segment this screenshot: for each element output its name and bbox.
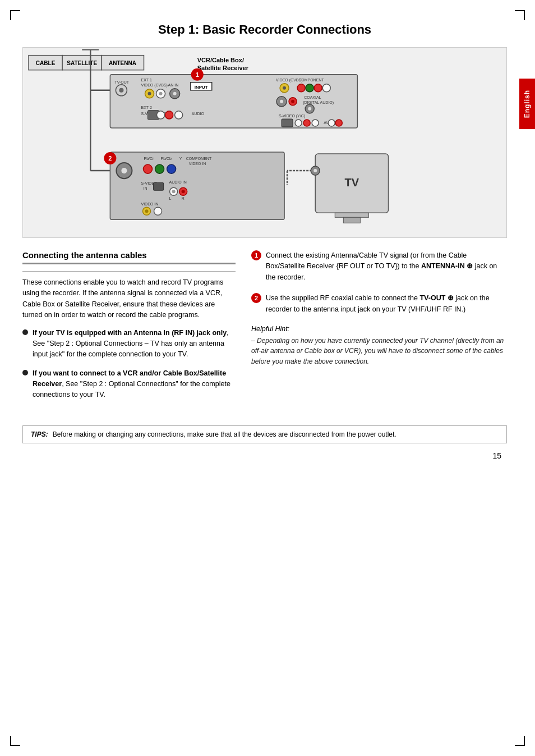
svg-text:VIDEO (CVBS): VIDEO (CVBS) (141, 83, 167, 88)
svg-text:AN IN: AN IN (168, 83, 179, 87)
step-number-1: 1 (251, 250, 261, 260)
corner-mark-tr (515, 10, 525, 20)
svg-text:1: 1 (196, 71, 199, 78)
step-text-1: Connect the existing Antenna/Cable TV si… (266, 250, 507, 283)
svg-point-50 (312, 120, 319, 126)
svg-text:INPUT: INPUT (195, 85, 208, 90)
svg-point-41 (291, 100, 294, 103)
bullet-item-1: If your TV is equipped with an Antenna I… (22, 328, 236, 360)
svg-point-75 (182, 190, 185, 193)
bottom-section: Connecting the antenna cables These conn… (22, 250, 507, 409)
page-title: Step 1: Basic Recorder Connections (22, 22, 507, 37)
svg-point-64 (143, 164, 152, 173)
corner-mark-br (515, 736, 525, 746)
svg-point-39 (280, 100, 283, 103)
svg-rect-86 (343, 217, 360, 223)
svg-point-66 (167, 164, 176, 173)
svg-point-72 (172, 190, 176, 193)
svg-point-52 (328, 120, 335, 126)
svg-point-48 (295, 120, 302, 126)
svg-text:SATELLITE: SATELLITE (67, 60, 97, 66)
svg-point-36 (314, 84, 322, 92)
svg-text:L: L (169, 196, 172, 200)
svg-point-35 (306, 84, 313, 92)
svg-point-20 (173, 92, 177, 95)
step2-strong: TV-OUT ⊕ (419, 294, 453, 302)
svg-point-37 (322, 84, 330, 92)
svg-text:COMPONENT: COMPONENT (298, 78, 324, 82)
svg-text:(DIGITAL AUDIO): (DIGITAL AUDIO) (303, 100, 334, 105)
svg-rect-47 (282, 119, 293, 127)
svg-point-95 (313, 169, 317, 172)
language-sidebar: English (519, 79, 535, 129)
bullet-dot-2 (22, 370, 28, 375)
corner-mark-tl (10, 10, 20, 20)
svg-point-65 (155, 164, 164, 173)
tips-text: Before making or changing any connection… (53, 430, 396, 438)
bullet-text-1: If your TV is equipped with an Antenna I… (33, 328, 236, 360)
step1-strong: ANTENNA-IN ⊕ (421, 262, 473, 270)
step-item-2: 2 Use the supplied RF coaxial cable to c… (251, 293, 507, 315)
svg-text:Pb/Cr: Pb/Cr (144, 157, 155, 161)
svg-point-17 (159, 92, 163, 95)
svg-text:VCR/Cable Box/: VCR/Cable Box/ (197, 57, 244, 63)
corner-mark-bl (10, 736, 20, 746)
svg-point-32 (283, 86, 286, 90)
svg-text:AUDIO IN: AUDIO IN (169, 180, 187, 184)
step-number-2: 2 (251, 293, 261, 303)
bullet-item-2: If you want to connect to a VCR and/or C… (22, 368, 236, 401)
svg-text:COAXIAL: COAXIAL (304, 95, 321, 99)
bullet-dot-1 (22, 329, 28, 335)
right-column: 1 Connect the existing Antenna/Cable TV … (251, 250, 507, 409)
svg-text:VIDEO IN: VIDEO IN (189, 162, 206, 166)
svg-text:AUDIO: AUDIO (192, 112, 205, 116)
svg-text:Satellite Receiver: Satellite Receiver (197, 65, 249, 71)
section-heading: Connecting the antenna cables (22, 250, 236, 264)
svg-point-15 (148, 92, 151, 95)
svg-text:COMPONENT: COMPONENT (186, 157, 212, 161)
svg-text:Y: Y (179, 157, 182, 161)
svg-rect-85 (335, 213, 368, 217)
tips-label: TIPS: (31, 430, 48, 438)
svg-text:S-VIDEO (Y/C): S-VIDEO (Y/C) (279, 114, 305, 118)
section-body: These connections enable you to watch an… (22, 277, 236, 321)
svg-point-53 (335, 120, 342, 126)
language-label: English (523, 90, 531, 118)
svg-point-28 (165, 111, 173, 119)
diagram-svg: CABLE SATELLITE ANTENNA VCR/Cable Box/ S… (23, 48, 506, 237)
svg-text:Pb/Cb: Pb/Cb (161, 157, 172, 161)
svg-rect-69 (154, 182, 164, 190)
hint-heading: Helpful Hint: (251, 325, 507, 333)
svg-text:R: R (182, 196, 185, 200)
diagram-area: CABLE SATELLITE ANTENNA VCR/Cable Box/ S… (22, 47, 507, 238)
svg-text:IN: IN (143, 186, 147, 190)
bullet-strong-1: If your TV is equipped with an Antenna I… (33, 329, 227, 337)
svg-point-11 (119, 88, 123, 93)
svg-point-34 (297, 84, 305, 92)
left-column: Connecting the antenna cables These conn… (22, 250, 236, 409)
svg-point-29 (175, 111, 183, 119)
svg-text:CABLE: CABLE (36, 60, 56, 66)
svg-point-79 (145, 209, 149, 213)
bullet-text-2: If you want to connect to a VCR and/or C… (33, 368, 236, 401)
hint-text: – Depending on how you have currently co… (251, 336, 507, 367)
step-text-2: Use the supplied RF coaxial cable to con… (266, 293, 507, 315)
main-content: Step 1: Basic Recorder Connections CABLE… (0, 0, 535, 477)
svg-text:ANTENNA: ANTENNA (109, 60, 136, 66)
svg-text:EXT 1: EXT 1 (141, 78, 151, 82)
svg-point-80 (154, 207, 162, 215)
page-number: 15 (22, 451, 501, 460)
svg-point-58 (121, 168, 127, 173)
svg-text:2: 2 (108, 155, 112, 162)
svg-point-45 (308, 107, 311, 111)
svg-text:VIDEO IN: VIDEO IN (141, 202, 158, 206)
tips-footer: TIPS: Before making or changing any conn… (22, 425, 507, 443)
svg-point-49 (303, 120, 310, 126)
step-item-1: 1 Connect the existing Antenna/Cable TV … (251, 250, 507, 283)
svg-text:TV: TV (345, 176, 359, 189)
bullet-strong-2: If you want to connect to a VCR and/or C… (33, 369, 226, 388)
heading-underline (22, 271, 236, 272)
svg-text:EXT 2: EXT 2 (141, 106, 151, 109)
svg-point-27 (157, 111, 165, 119)
svg-text:TV-OUT: TV-OUT (114, 80, 129, 84)
